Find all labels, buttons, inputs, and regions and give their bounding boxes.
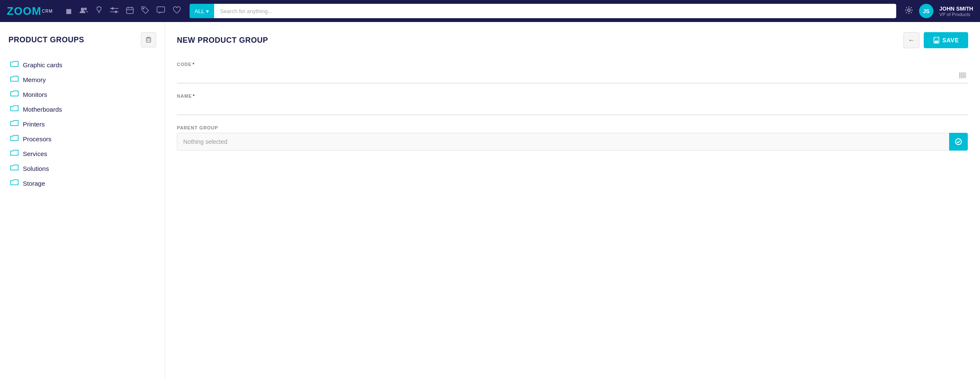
svg-rect-19 [935,37,938,39]
svg-point-5 [112,8,113,9]
svg-point-1 [84,8,87,10]
navbar: ZOOMCRM ◼ ALL ▾ [0,0,980,22]
list-item[interactable]: Services [8,146,156,161]
main-content: PRODUCT GROUPS Graphic cards Memory [0,22,980,379]
list-item[interactable]: Motherboards [8,102,156,117]
tag-icon[interactable] [141,6,149,16]
group-item-label: Memory [23,76,46,83]
name-required-star: * [193,93,195,99]
back-button[interactable]: ← [903,32,919,48]
chat-icon[interactable] [157,6,165,16]
code-label: CODE* [177,62,968,67]
parent-group-field-group: PARENT GROUP Nothing selected [177,125,968,151]
svg-rect-23 [963,72,963,78]
folder-icon [10,75,19,84]
search-area: ALL ▾ [190,4,896,18]
svg-point-27 [955,139,961,145]
group-item-label: Motherboards [23,106,62,113]
right-panel-title: NEW PRODUCT GROUP [177,36,268,45]
svg-point-11 [143,8,144,8]
folder-icon [10,149,19,158]
name-label: NAME* [177,93,968,99]
all-filter-button[interactable]: ALL ▾ [190,4,214,18]
svg-rect-14 [146,38,151,42]
right-panel-actions: ← SAVE [903,32,968,48]
group-item-label: Monitors [23,91,47,98]
name-input[interactable] [177,101,968,115]
parent-group-selector[interactable]: Nothing selected [177,133,968,151]
name-input-wrap [177,101,968,115]
svg-rect-20 [959,72,960,78]
svg-point-0 [81,8,84,11]
logo-zoom: ZOOM [7,5,41,18]
left-panel-header: PRODUCT GROUPS [8,32,156,47]
lightbulb-icon[interactable] [96,6,102,16]
sliders-icon[interactable] [110,7,118,16]
list-item[interactable]: Graphic cards [8,58,156,72]
delete-button[interactable] [141,32,156,47]
code-required-star: * [193,62,195,67]
calendar-icon[interactable] [126,6,134,16]
svg-rect-18 [935,41,938,43]
left-panel-title: PRODUCT GROUPS [8,36,84,44]
list-item[interactable]: Storage [8,176,156,191]
people-icon[interactable] [80,7,88,16]
avatar: JS [919,4,933,18]
svg-rect-26 [966,72,966,78]
nav-icons: ◼ [66,6,181,16]
folder-icon [10,60,19,69]
list-item[interactable]: Procesors [8,132,156,146]
save-button[interactable]: SAVE [924,32,968,48]
svg-rect-21 [961,72,961,78]
folder-icon [10,135,19,143]
group-item-label: Printers [23,121,45,128]
user-title: VP of Products [939,12,973,17]
code-input[interactable] [177,69,957,83]
left-panel: PRODUCT GROUPS Graphic cards Memory [0,22,165,379]
group-list: Graphic cards Memory Monitors Motherboar… [8,58,156,191]
svg-rect-25 [965,72,965,78]
right-panel-header: NEW PRODUCT GROUP ← SAVE [177,32,968,48]
group-item-label: Solutions [23,165,49,172]
right-panel: NEW PRODUCT GROUP ← SAVE CODE* [165,22,980,379]
user-name: JOHN SMITH [939,5,973,12]
logo-crm: CRM [42,9,53,14]
group-item-label: Storage [23,180,45,187]
svg-rect-12 [157,7,165,12]
barcode-icon[interactable] [957,70,968,83]
settings-icon[interactable] [905,6,913,16]
list-item[interactable]: Memory [8,72,156,87]
list-item[interactable]: Printers [8,117,156,132]
svg-rect-22 [961,72,962,78]
svg-point-2 [97,7,101,11]
heart-icon[interactable] [173,6,181,16]
svg-rect-24 [963,72,964,78]
folder-icon [10,105,19,114]
svg-rect-7 [127,8,133,14]
building-icon[interactable]: ◼ [66,6,72,16]
folder-icon [10,179,19,188]
svg-point-13 [908,9,910,11]
group-item-label: Services [23,150,47,157]
folder-icon [10,164,19,173]
parent-group-placeholder: Nothing selected [177,138,949,145]
group-item-label: Graphic cards [23,61,62,69]
folder-icon [10,90,19,99]
nav-right: JS JOHN SMITH VP of Products [905,4,973,18]
name-field-group: NAME* [177,93,968,115]
list-item[interactable]: Monitors [8,87,156,102]
code-field-group: CODE* [177,62,968,83]
parent-group-label: PARENT GROUP [177,125,968,130]
search-input[interactable] [214,4,896,18]
code-input-wrap [177,69,968,83]
list-item[interactable]: Solutions [8,161,156,176]
user-info: JOHN SMITH VP of Products [939,5,973,17]
parent-group-confirm-button[interactable] [949,133,968,151]
folder-icon [10,120,19,129]
group-item-label: Procesors [23,135,52,143]
svg-point-6 [115,11,117,13]
app-logo: ZOOMCRM [7,5,53,18]
